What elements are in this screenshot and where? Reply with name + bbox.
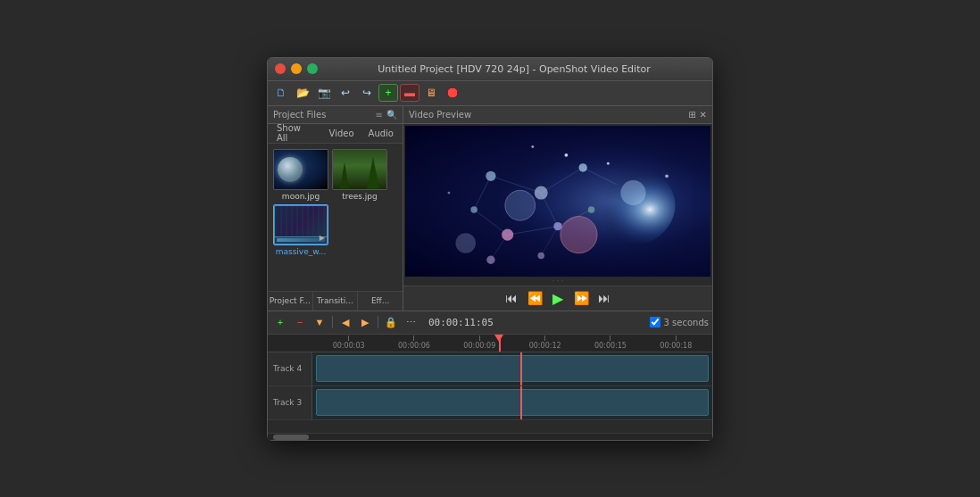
- svg-point-15: [470, 206, 478, 213]
- svg-point-29: [448, 191, 451, 194]
- track-label-3: Track 3: [268, 386, 312, 419]
- svg-point-20: [537, 252, 544, 259]
- preview-icon2: ✕: [700, 110, 707, 120]
- maximize-button[interactable]: [307, 63, 318, 74]
- search-icon: 🔍: [386, 110, 397, 120]
- preview-button[interactable]: 🖥: [421, 84, 441, 102]
- timeline-scrollbar[interactable]: [268, 433, 712, 440]
- app-window: Untitled Project [HDV 720 24p] - OpenSho…: [267, 57, 713, 441]
- undo-button[interactable]: ↩: [336, 84, 355, 102]
- next-marker-button[interactable]: ▶: [356, 314, 374, 330]
- ruler-mark-0: 00:00:03: [316, 335, 381, 350]
- ruler-tick: [610, 335, 610, 341]
- svg-point-25: [565, 153, 569, 156]
- prev-marker-button[interactable]: ◀: [336, 314, 354, 330]
- ruler-mark-5: 00:00:18: [644, 335, 709, 350]
- export-button[interactable]: ⏺: [443, 84, 462, 102]
- track-clip-3[interactable]: [316, 389, 709, 416]
- track-label-4: Track 4: [268, 352, 312, 385]
- svg-point-21: [505, 190, 536, 220]
- minimize-button[interactable]: [291, 63, 302, 74]
- close-button[interactable]: [275, 63, 286, 74]
- svg-point-12: [486, 170, 495, 180]
- filter-video[interactable]: Video: [326, 127, 358, 140]
- media-label-moon: moon.jpg: [273, 192, 328, 201]
- svg-point-17: [553, 221, 561, 229]
- ruler-tick: [413, 335, 414, 341]
- media-thumb-trees: [332, 149, 387, 190]
- current-time-display: 00:00:11:05: [428, 317, 494, 328]
- ruler-spacer: [271, 335, 316, 350]
- ruler-tick: [479, 335, 480, 341]
- media-item-moon[interactable]: moon.jpg: [273, 149, 328, 201]
- redo-button[interactable]: ↪: [357, 84, 377, 102]
- media-grid: moon.jpg trees.jpg: [268, 144, 403, 291]
- track-content-4[interactable]: [312, 352, 712, 385]
- preview-controls: ⏮ ⏪ ▶ ⏩ ⏭: [403, 286, 712, 311]
- preview-header-icons: ⊞ ✕: [688, 110, 707, 120]
- remove-button[interactable]: ▬: [400, 84, 419, 102]
- open-project-button[interactable]: 📂: [293, 84, 312, 102]
- controls-separator: · · ·: [403, 278, 712, 286]
- more-button[interactable]: ⋯: [402, 314, 419, 330]
- playhead[interactable]: [499, 335, 501, 352]
- add-button[interactable]: +: [378, 84, 398, 102]
- snap-button[interactable]: 🔒: [382, 314, 400, 330]
- rewind-button[interactable]: ⏪: [525, 288, 544, 308]
- main-toolbar: 🗋 📂 📷 ↩ ↪ + ▬ 🖥 ⏺: [268, 81, 712, 106]
- track-playhead-4: [520, 352, 522, 385]
- play-button[interactable]: ▶: [548, 288, 568, 308]
- svg-point-22: [561, 216, 597, 253]
- timeline-toolbar: + − ▼ ◀ ▶ 🔒 ⋯ 00:00:11:05 3 seconds: [268, 311, 712, 335]
- fast-forward-button[interactable]: ⏩: [571, 288, 591, 308]
- timeline-section: + − ▼ ◀ ▶ 🔒 ⋯ 00:00:11:05 3 seconds: [268, 311, 712, 440]
- svg-point-27: [531, 145, 534, 148]
- svg-point-19: [486, 255, 494, 263]
- tab-transitions[interactable]: Transiti...: [313, 292, 359, 311]
- jump-end-button[interactable]: ⏭: [594, 288, 614, 308]
- zoom-checkbox[interactable]: [650, 317, 660, 327]
- preview-panel: Video Preview ⊞ ✕: [403, 106, 712, 311]
- media-item-trees[interactable]: trees.jpg: [332, 149, 387, 201]
- add-track-button[interactable]: +: [271, 314, 289, 330]
- media-label-massive: massive_w...: [273, 247, 328, 256]
- svg-point-24: [620, 180, 645, 205]
- project-files-label: Project Files: [273, 110, 326, 120]
- preview-label: Video Preview: [409, 110, 471, 120]
- preview-svg: [405, 126, 710, 277]
- filter-audio[interactable]: Audio: [365, 127, 397, 140]
- ruler-tick: [676, 335, 677, 341]
- media-label-trees: trees.jpg: [332, 192, 387, 201]
- timeline-ruler: 00:00:03 00:00:06 00:00:09 00:00:12: [268, 335, 712, 352]
- toolbar-separator2: [378, 316, 378, 328]
- ruler-mark-1: 00:00:06: [381, 335, 446, 350]
- svg-point-28: [665, 174, 669, 178]
- filter-show-all[interactable]: Show All: [273, 121, 319, 145]
- media-item-massive[interactable]: massive_w...: [273, 204, 328, 256]
- arrow-down-button[interactable]: ▼: [311, 314, 328, 330]
- tab-effects[interactable]: Eff...: [358, 292, 403, 311]
- remove-track-button[interactable]: −: [291, 314, 309, 330]
- preview-header: Video Preview ⊞ ✕: [403, 106, 712, 124]
- ruler-mark-4: 00:00:15: [577, 335, 643, 350]
- playhead-triangle: [494, 335, 503, 342]
- jump-start-button[interactable]: ⏮: [502, 288, 521, 308]
- new-project-button[interactable]: 🗋: [271, 84, 291, 102]
- zoom-label: 3 seconds: [664, 318, 709, 327]
- tab-project-files[interactable]: Project F...: [268, 292, 313, 311]
- title-bar: Untitled Project [HDV 720 24p] - OpenSho…: [268, 58, 712, 81]
- svg-point-13: [535, 186, 548, 199]
- scrollbar-thumb[interactable]: [273, 435, 309, 440]
- filter-tabs: Show All Video Audio: [268, 124, 403, 144]
- track-playhead-3: [520, 386, 522, 419]
- track-content-3[interactable]: [312, 386, 712, 419]
- screenshot-button[interactable]: 📷: [314, 84, 334, 102]
- window-title: Untitled Project [HDV 720 24p] - OpenSho…: [323, 63, 705, 75]
- main-area: Project Files ≡ 🔍 Show All Video Audio: [268, 106, 712, 440]
- ruler-mark-3: 00:00:12: [512, 335, 577, 350]
- bottom-tabs: Project F... Transiti... Eff...: [268, 291, 403, 311]
- ruler-tick: [544, 335, 545, 341]
- track-clip-4[interactable]: [316, 355, 709, 382]
- panels-row: Project Files ≡ 🔍 Show All Video Audio: [268, 106, 712, 311]
- preview-icon1: ⊞: [688, 110, 695, 120]
